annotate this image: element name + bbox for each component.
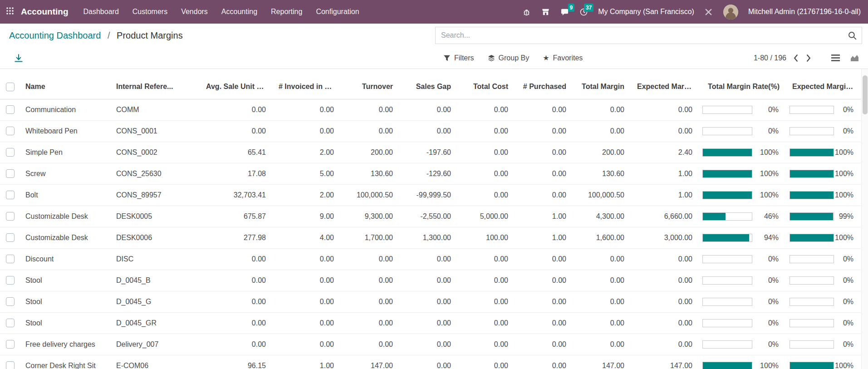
expected-margin-rate-label: 100% — [834, 234, 853, 242]
table-row[interactable]: CommunicationCOMM0.000.000.000.000.000.0… — [0, 99, 861, 120]
column-header[interactable]: Name — [20, 75, 111, 99]
activities-clock-icon[interactable]: 37 — [579, 7, 588, 16]
export-button[interactable] — [14, 53, 25, 64]
table-row[interactable]: Customizable DeskDESK0006277.984.001,700… — [0, 227, 861, 248]
table-row[interactable]: ScrewCONS_2563017.085.00130.60-129.600.0… — [0, 163, 861, 184]
total-margin-rate-cell: 0% — [699, 99, 786, 120]
column-header[interactable]: Internal Refere... — [111, 75, 200, 99]
table-row[interactable]: Customizable DeskDESK0005675.879.009,300… — [0, 206, 861, 227]
row-turnover: 200.00 — [340, 142, 399, 163]
row-checkbox[interactable] — [6, 319, 15, 327]
vertical-scrollbar[interactable] — [861, 69, 868, 369]
tools-icon[interactable] — [704, 7, 713, 16]
pager-previous-button[interactable] — [793, 54, 801, 63]
list-view-button[interactable] — [831, 54, 841, 62]
area-chart-icon — [850, 54, 860, 62]
search-bar[interactable] — [435, 27, 862, 44]
row-checkbox[interactable] — [6, 340, 15, 349]
menu-item-vendors[interactable]: Vendors — [174, 0, 215, 24]
row-checkbox[interactable] — [6, 276, 15, 285]
user-avatar[interactable] — [723, 5, 738, 20]
total-margin-rate-wrap: 0% — [702, 255, 779, 263]
table-row[interactable]: Whiteboard PenCONS_00010.000.000.000.000… — [0, 120, 861, 142]
bar-fill — [703, 213, 726, 220]
expected-margin-rate-cell: 0% — [786, 270, 861, 291]
table-row[interactable]: Free delivery chargesDelivery_0070.000.0… — [0, 334, 861, 355]
debug-bug-icon[interactable] — [522, 7, 531, 16]
row-checkbox[interactable] — [6, 148, 15, 157]
menu-item-customers[interactable]: Customers — [126, 0, 174, 24]
column-header[interactable]: Total Margin Rate(%) — [699, 75, 786, 99]
expected-margin-rate-bar — [790, 255, 834, 263]
total-margin-rate-label: 94% — [752, 234, 779, 242]
column-header[interactable]: # Invoiced in S... — [272, 75, 340, 99]
table-row[interactable]: BoltCONS_8995732,703.412.00100,000.50-99… — [0, 184, 861, 206]
expected-margin-rate-cell: 0% — [786, 312, 861, 334]
column-header[interactable]: Total Cost — [457, 75, 515, 99]
table-row[interactable]: Simple PenCONS_000265.412.00200.00-197.6… — [0, 142, 861, 163]
row-name: Simple Pen — [20, 142, 111, 163]
row-checkbox[interactable] — [6, 233, 15, 242]
row-checkbox[interactable] — [6, 169, 15, 178]
row-select-cell — [0, 142, 20, 163]
menu-item-dashboard[interactable]: Dashboard — [77, 0, 126, 24]
pager-next-button[interactable] — [805, 54, 814, 63]
menu-item-reporting[interactable]: Reporting — [264, 0, 309, 24]
menu-item-configuration[interactable]: Configuration — [309, 0, 366, 24]
row-checkbox[interactable] — [6, 105, 15, 114]
messages-icon[interactable]: 9 — [560, 7, 569, 16]
product-margins-table: NameInternal Refere...Avg. Sale Unit Pri… — [0, 75, 861, 369]
menu-item-accounting[interactable]: Accounting — [215, 0, 264, 24]
search-input[interactable] — [440, 31, 848, 40]
row-checkbox[interactable] — [6, 191, 15, 199]
search-icon[interactable] — [848, 31, 857, 40]
row-checkbox[interactable] — [6, 127, 15, 135]
total-margin-rate-cell: 100% — [699, 355, 786, 369]
row-checkbox[interactable] — [6, 361, 15, 369]
row-checkbox[interactable] — [6, 255, 15, 263]
expected-margin-rate-bar — [790, 170, 834, 178]
company-switcher[interactable]: My Company (San Francisco) — [598, 8, 694, 16]
table-row[interactable]: DiscountDISC0.000.000.000.000.000.000.00… — [0, 248, 861, 270]
favorites-button[interactable]: ★ Favorites — [543, 54, 583, 62]
column-header[interactable]: Total Margin — [573, 75, 631, 99]
row-checkbox[interactable] — [6, 297, 15, 306]
column-header[interactable]: # Purchased — [515, 75, 573, 99]
app-name[interactable]: Accounting — [21, 7, 69, 17]
row-total-cost: 0.00 — [457, 334, 515, 355]
column-header[interactable]: Sales Gap — [399, 75, 457, 99]
row-checkbox[interactable] — [6, 212, 15, 221]
row-total-cost: 0.00 — [457, 355, 515, 369]
total-margin-rate-label: 0% — [752, 127, 779, 135]
scrollbar-thumb[interactable] — [863, 75, 868, 114]
table-row[interactable]: StoolD_0045_B0.000.000.000.000.000.000.0… — [0, 270, 861, 291]
total-margin-rate-wrap: 0% — [702, 319, 779, 327]
row-sales-gap: 0.00 — [399, 312, 457, 334]
chart-view-button[interactable] — [850, 54, 860, 62]
row-sales-gap: 0.00 — [399, 120, 457, 142]
table-row[interactable]: StoolD_0045_GR0.000.000.000.000.000.000.… — [0, 312, 861, 334]
store-icon[interactable] — [541, 7, 550, 16]
group-by-button[interactable]: Group By — [488, 54, 530, 62]
expected-margin-rate-label: 100% — [834, 148, 853, 157]
table-row[interactable]: Corner Desk Right SitE-COM0696.151.00147… — [0, 355, 861, 369]
total-margin-rate-label: 0% — [752, 255, 779, 263]
row-name: Stool — [20, 312, 111, 334]
column-header[interactable]: Turnover — [340, 75, 399, 99]
row-sales-gap: 0.00 — [399, 99, 457, 120]
expected-margin-rate-wrap: 0% — [790, 276, 853, 285]
pager: 1-80 / 196 — [754, 54, 868, 63]
table-row[interactable]: StoolD_0045_G0.000.000.000.000.000.000.0… — [0, 291, 861, 312]
column-header[interactable]: Expected Marg... — [631, 75, 699, 99]
apps-menu-button[interactable] — [0, 0, 20, 24]
row-turnover: 0.00 — [340, 270, 399, 291]
user-menu[interactable]: Mitchell Admin (21767196-16-0-all) — [748, 8, 861, 16]
expected-margin-rate-bar — [790, 234, 834, 242]
column-header[interactable]: Avg. Sale Unit Pri... — [200, 75, 272, 99]
column-header[interactable]: Expected Margin ... — [786, 75, 861, 99]
expected-margin-rate-label: 0% — [834, 127, 853, 135]
filters-button[interactable]: Filters — [443, 54, 474, 62]
select-all-checkbox[interactable] — [6, 83, 15, 91]
row-invoiced-qty: 9.00 — [272, 206, 340, 227]
breadcrumb-parent-link[interactable]: Accounting Dashboard — [9, 30, 101, 40]
